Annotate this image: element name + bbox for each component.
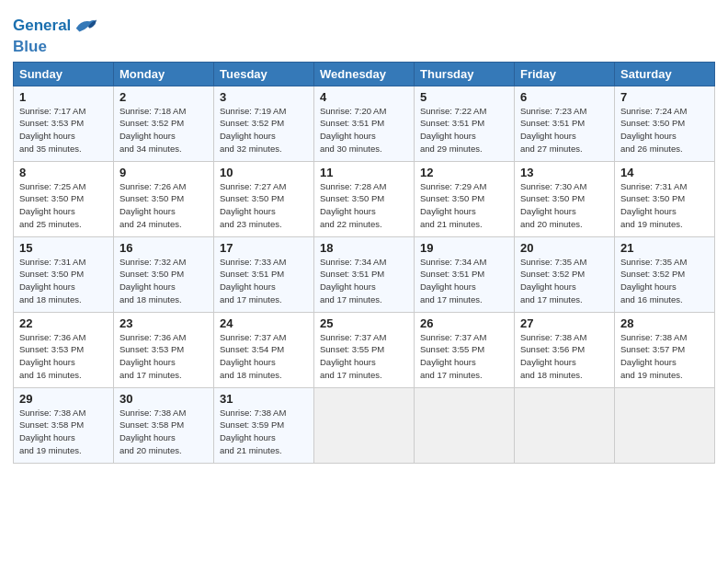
logo: General Blue — [13, 13, 98, 56]
day-info: Sunrise: 7:20 AMSunset: 3:51 PMDaylight … — [320, 106, 386, 154]
calendar-cell: 12Sunrise: 7:29 AMSunset: 3:50 PMDayligh… — [415, 161, 515, 236]
calendar-cell: 15Sunrise: 7:31 AMSunset: 3:50 PMDayligh… — [14, 236, 114, 312]
calendar-cell: 6Sunrise: 7:23 AMSunset: 3:51 PMDaylight… — [515, 86, 615, 161]
weekday-header-thursday: Thursday — [415, 62, 515, 86]
day-number: 10 — [220, 166, 308, 179]
calendar-cell: 30Sunrise: 7:38 AMSunset: 3:58 PMDayligh… — [114, 387, 214, 463]
day-number: 26 — [420, 316, 508, 330]
day-number: 12 — [420, 166, 508, 179]
day-number: 8 — [19, 166, 108, 179]
day-info: Sunrise: 7:33 AMSunset: 3:51 PMDaylight … — [220, 257, 286, 304]
calendar-body: 1Sunrise: 7:17 AMSunset: 3:53 PMDaylight… — [14, 86, 715, 463]
day-number: 25 — [320, 316, 408, 330]
day-info: Sunrise: 7:24 AMSunset: 3:50 PMDaylight … — [620, 106, 687, 154]
day-info: Sunrise: 7:38 AMSunset: 3:56 PMDaylight … — [520, 332, 586, 380]
calendar-cell: 31Sunrise: 7:38 AMSunset: 3:59 PMDayligh… — [214, 387, 314, 463]
logo-blue-text: Blue — [13, 39, 98, 56]
day-info: Sunrise: 7:17 AMSunset: 3:53 PMDaylight … — [19, 106, 85, 154]
day-info: Sunrise: 7:36 AMSunset: 3:53 PMDaylight … — [19, 332, 85, 380]
calendar-cell: 29Sunrise: 7:38 AMSunset: 3:58 PMDayligh… — [14, 387, 114, 463]
calendar-week-2: 8Sunrise: 7:25 AMSunset: 3:50 PMDaylight… — [14, 161, 715, 236]
day-number: 2 — [119, 90, 208, 104]
day-info: Sunrise: 7:31 AMSunset: 3:50 PMDaylight … — [620, 181, 687, 229]
day-number: 7 — [620, 90, 709, 104]
calendar-week-3: 15Sunrise: 7:31 AMSunset: 3:50 PMDayligh… — [14, 236, 715, 312]
calendar-cell: 23Sunrise: 7:36 AMSunset: 3:53 PMDayligh… — [114, 312, 214, 387]
calendar-cell — [314, 387, 415, 463]
weekday-header-sunday: Sunday — [14, 62, 114, 86]
day-number: 14 — [620, 166, 709, 179]
weekday-header-wednesday: Wednesday — [314, 62, 415, 86]
day-number: 29 — [19, 392, 108, 406]
weekday-header-monday: Monday — [114, 62, 214, 86]
calendar-cell: 16Sunrise: 7:32 AMSunset: 3:50 PMDayligh… — [114, 236, 214, 312]
calendar-table: SundayMondayTuesdayWednesdayThursdayFrid… — [13, 62, 715, 464]
day-info: Sunrise: 7:22 AMSunset: 3:51 PMDaylight … — [420, 106, 486, 154]
day-number: 20 — [520, 241, 609, 255]
calendar-cell: 17Sunrise: 7:33 AMSunset: 3:51 PMDayligh… — [214, 236, 314, 312]
calendar-cell — [415, 387, 515, 463]
day-number: 30 — [119, 392, 208, 406]
day-info: Sunrise: 7:26 AMSunset: 3:50 PMDaylight … — [119, 181, 186, 229]
day-number: 19 — [420, 241, 508, 255]
calendar-cell: 4Sunrise: 7:20 AMSunset: 3:51 PMDaylight… — [314, 86, 415, 161]
day-number: 9 — [119, 166, 208, 179]
calendar-cell — [515, 387, 615, 463]
calendar-cell: 1Sunrise: 7:17 AMSunset: 3:53 PMDaylight… — [14, 86, 114, 161]
day-number: 13 — [520, 166, 609, 179]
day-info: Sunrise: 7:35 AMSunset: 3:52 PMDaylight … — [620, 257, 687, 304]
calendar-cell: 2Sunrise: 7:18 AMSunset: 3:52 PMDaylight… — [114, 86, 214, 161]
page-header: General Blue — [13, 9, 715, 56]
day-number: 11 — [320, 166, 408, 179]
day-number: 17 — [220, 241, 308, 255]
calendar-cell: 21Sunrise: 7:35 AMSunset: 3:52 PMDayligh… — [615, 236, 715, 312]
day-number: 18 — [320, 241, 408, 255]
calendar-page: General Blue SundayMondayTuesdayWednesda… — [0, 0, 728, 563]
day-info: Sunrise: 7:34 AMSunset: 3:51 PMDaylight … — [420, 257, 486, 304]
calendar-cell: 26Sunrise: 7:37 AMSunset: 3:55 PMDayligh… — [415, 312, 515, 387]
day-info: Sunrise: 7:30 AMSunset: 3:50 PMDaylight … — [520, 181, 586, 229]
calendar-cell: 20Sunrise: 7:35 AMSunset: 3:52 PMDayligh… — [515, 236, 615, 312]
day-number: 1 — [19, 90, 108, 104]
day-info: Sunrise: 7:38 AMSunset: 3:58 PMDaylight … — [19, 408, 85, 455]
day-info: Sunrise: 7:25 AMSunset: 3:50 PMDaylight … — [19, 181, 85, 229]
day-number: 16 — [119, 241, 208, 255]
day-info: Sunrise: 7:31 AMSunset: 3:50 PMDaylight … — [19, 257, 85, 304]
day-number: 4 — [320, 90, 408, 104]
day-info: Sunrise: 7:37 AMSunset: 3:55 PMDaylight … — [320, 332, 386, 380]
day-info: Sunrise: 7:34 AMSunset: 3:51 PMDaylight … — [320, 257, 386, 304]
calendar-cell: 13Sunrise: 7:30 AMSunset: 3:50 PMDayligh… — [515, 161, 615, 236]
calendar-cell: 18Sunrise: 7:34 AMSunset: 3:51 PMDayligh… — [314, 236, 415, 312]
calendar-cell: 19Sunrise: 7:34 AMSunset: 3:51 PMDayligh… — [415, 236, 515, 312]
day-number: 24 — [220, 316, 308, 330]
day-info: Sunrise: 7:19 AMSunset: 3:52 PMDaylight … — [220, 106, 286, 154]
logo-bird-icon — [73, 13, 98, 39]
day-info: Sunrise: 7:23 AMSunset: 3:51 PMDaylight … — [520, 106, 586, 154]
weekday-header-friday: Friday — [515, 62, 615, 86]
day-number: 5 — [420, 90, 508, 104]
day-number: 6 — [520, 90, 609, 104]
calendar-cell: 14Sunrise: 7:31 AMSunset: 3:50 PMDayligh… — [615, 161, 715, 236]
calendar-week-1: 1Sunrise: 7:17 AMSunset: 3:53 PMDaylight… — [14, 86, 715, 161]
calendar-cell: 24Sunrise: 7:37 AMSunset: 3:54 PMDayligh… — [214, 312, 314, 387]
calendar-cell: 10Sunrise: 7:27 AMSunset: 3:50 PMDayligh… — [214, 161, 314, 236]
calendar-week-5: 29Sunrise: 7:38 AMSunset: 3:58 PMDayligh… — [14, 387, 715, 463]
day-info: Sunrise: 7:18 AMSunset: 3:52 PMDaylight … — [119, 106, 186, 154]
calendar-cell — [615, 387, 715, 463]
calendar-cell: 8Sunrise: 7:25 AMSunset: 3:50 PMDaylight… — [14, 161, 114, 236]
calendar-cell: 28Sunrise: 7:38 AMSunset: 3:57 PMDayligh… — [615, 312, 715, 387]
day-info: Sunrise: 7:38 AMSunset: 3:58 PMDaylight … — [119, 408, 186, 455]
weekday-header-saturday: Saturday — [615, 62, 715, 86]
calendar-cell: 22Sunrise: 7:36 AMSunset: 3:53 PMDayligh… — [14, 312, 114, 387]
calendar-week-4: 22Sunrise: 7:36 AMSunset: 3:53 PMDayligh… — [14, 312, 715, 387]
calendar-cell: 7Sunrise: 7:24 AMSunset: 3:50 PMDaylight… — [615, 86, 715, 161]
day-number: 15 — [19, 241, 108, 255]
day-info: Sunrise: 7:36 AMSunset: 3:53 PMDaylight … — [119, 332, 186, 380]
weekday-header-row: SundayMondayTuesdayWednesdayThursdayFrid… — [14, 62, 715, 86]
calendar-cell: 11Sunrise: 7:28 AMSunset: 3:50 PMDayligh… — [314, 161, 415, 236]
day-number: 27 — [520, 316, 609, 330]
day-number: 31 — [220, 392, 308, 406]
day-info: Sunrise: 7:35 AMSunset: 3:52 PMDaylight … — [520, 257, 586, 304]
day-number: 23 — [119, 316, 208, 330]
day-info: Sunrise: 7:38 AMSunset: 3:59 PMDaylight … — [220, 408, 286, 455]
